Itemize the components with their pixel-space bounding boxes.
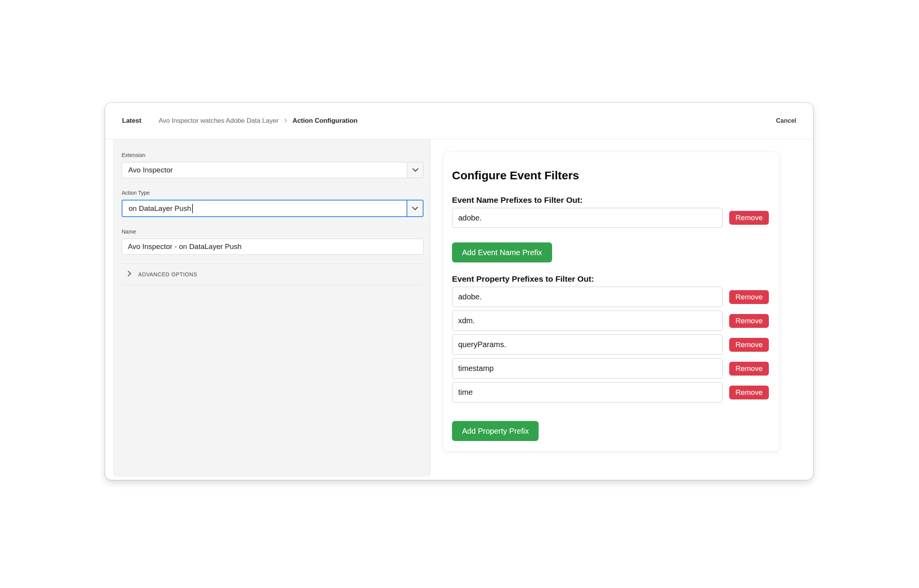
cancel-button[interactable]: Cancel <box>776 117 796 124</box>
event-property-prefix-row: Remove <box>452 311 769 331</box>
configure-event-filters-card: Configure Event Filters Event Name Prefi… <box>443 152 779 451</box>
advanced-options-toggle[interactable]: ADVANCED OPTIONS <box>122 264 424 285</box>
event-property-prefix-row: Remove <box>452 334 769 355</box>
event-property-prefix-input[interactable] <box>452 311 723 331</box>
breadcrumb: Latest Avo Inspector watches Adobe Data … <box>105 103 813 139</box>
page-title: Configure Event Filters <box>452 169 769 182</box>
remove-property-prefix-button[interactable]: Remove <box>729 386 769 399</box>
chevron-right-icon <box>127 270 132 279</box>
event-property-prefix-row: Remove <box>452 358 769 379</box>
remove-event-name-prefix-button[interactable]: Remove <box>729 211 769 225</box>
event-property-prefix-input[interactable] <box>452 382 723 403</box>
remove-property-prefix-button[interactable]: Remove <box>729 338 769 352</box>
event-property-prefix-row: Remove <box>452 382 769 403</box>
event-name-prefixes-label: Event Name Prefixes to Filter Out: <box>452 195 769 205</box>
action-configuration-window: Latest Avo Inspector watches Adobe Data … <box>105 102 814 480</box>
extension-select[interactable]: Avo Inspector <box>122 162 424 178</box>
action-type-label: Action Type <box>122 190 424 196</box>
breadcrumb-parent[interactable]: Avo Inspector watches Adobe Data Layer <box>159 117 279 125</box>
action-type-select[interactable]: on DataLayer Push <box>122 200 424 217</box>
remove-property-prefix-button[interactable]: Remove <box>729 362 769 376</box>
event-property-prefixes-label: Event Property Prefixes to Filter Out: <box>452 274 769 284</box>
chevron-down-icon[interactable] <box>407 162 423 178</box>
remove-property-prefix-button[interactable]: Remove <box>729 314 769 328</box>
chevron-down-icon[interactable] <box>407 200 423 216</box>
event-property-prefix-input[interactable] <box>452 334 723 355</box>
add-property-prefix-button[interactable]: Add Property Prefix <box>452 421 539 441</box>
extension-select-value: Avo Inspector <box>122 162 407 178</box>
event-property-prefix-input[interactable] <box>452 358 723 379</box>
add-event-name-prefix-button[interactable]: Add Event Name Prefix <box>452 242 552 262</box>
text-caret <box>192 204 193 213</box>
action-type-select-value: on DataLayer Push <box>122 200 407 216</box>
environment-label: Latest <box>122 117 141 125</box>
event-property-prefix-row: Remove <box>452 287 769 307</box>
breadcrumb-separator-icon: › <box>284 115 287 125</box>
remove-property-prefix-button[interactable]: Remove <box>729 290 769 304</box>
name-input[interactable] <box>122 239 424 255</box>
breadcrumb-current: Action Configuration <box>293 117 358 125</box>
name-label: Name <box>122 229 424 235</box>
event-property-prefix-input[interactable] <box>452 287 723 307</box>
extension-label: Extension <box>122 152 424 158</box>
divider <box>122 285 424 285</box>
event-name-prefix-row: Remove <box>452 208 769 228</box>
event-name-prefix-input[interactable] <box>452 208 723 228</box>
action-settings-panel: Extension Avo Inspector Action Type on D… <box>113 139 430 477</box>
advanced-options-label: ADVANCED OPTIONS <box>138 271 197 277</box>
